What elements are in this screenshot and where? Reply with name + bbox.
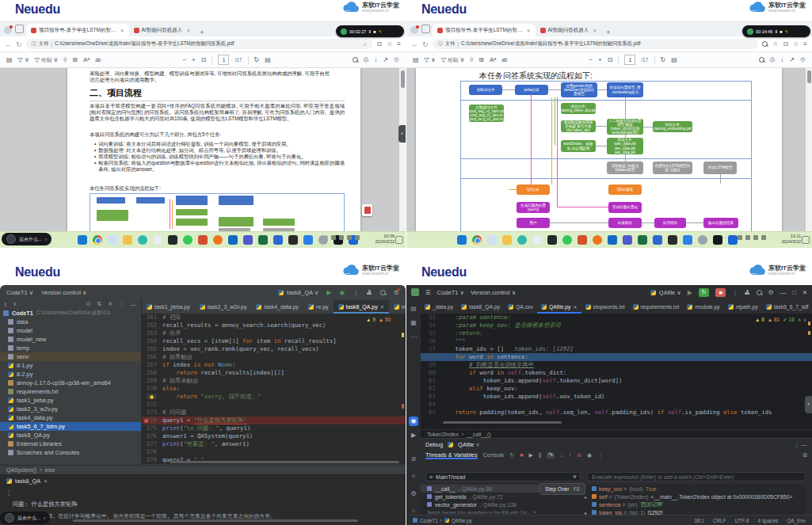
editor-tab[interactable]: module.py	[683, 300, 723, 314]
taskbar-icon[interactable]	[608, 235, 617, 245]
code-line[interactable]: 63 token_ids.append(self.oov_token_id)	[421, 393, 812, 401]
stack-frame[interactable]: vector_generatorQAfile.py:138	[421, 500, 581, 508]
code-line[interactable]: 64	[421, 401, 812, 409]
debug-tool-icon[interactable]: ◉	[409, 417, 418, 426]
tab-actions-icon[interactable]	[421, 25, 430, 33]
zoom-in-icon[interactable]: +	[192, 56, 196, 63]
save-icon[interactable]: ↓	[374, 56, 377, 63]
code-line[interactable]: 60 if word in self.tokens_dict:	[421, 369, 812, 377]
notifications-bell-icon[interactable]: ◔	[806, 302, 809, 308]
search-icon[interactable]	[762, 41, 768, 47]
select-tool-icon[interactable]: ▽ ∨	[18, 56, 29, 63]
favorites-icon[interactable]: ☆	[387, 40, 392, 48]
problems-tool-icon[interactable]: ⊘	[409, 455, 418, 464]
taskbar-icon[interactable]	[653, 235, 662, 245]
comment-overlay[interactable]: 说点什么... ‹	[2, 233, 51, 245]
search-icon[interactable]	[353, 57, 358, 63]
editor-tab[interactable]: ntpath.py	[724, 300, 762, 314]
taskbar-icon[interactable]	[213, 235, 223, 245]
settings-icon[interactable]: ⚙	[800, 56, 806, 63]
rerun-debug-icon[interactable]: ↻	[699, 288, 709, 297]
zoom-in-icon[interactable]: +	[598, 56, 602, 63]
project-menu[interactable]: CodeT1 ∨	[6, 289, 33, 296]
panel-options-icon[interactable]: ⋮ —	[794, 441, 807, 448]
print-icon[interactable]: ⎙	[770, 56, 775, 64]
run-config-selector[interactable]: QAfile ∨	[659, 289, 681, 296]
taskbar-icon[interactable]	[123, 235, 132, 245]
browser-tab[interactable]: AI智能问答机器人	[536, 24, 602, 36]
stop-icon[interactable]: ■	[520, 452, 523, 458]
refresh-icon[interactable]: ↻	[16, 40, 22, 48]
draw-tool-icon[interactable]: ▽ 绘制 ∨	[35, 56, 58, 64]
locate-icon[interactable]: ⊙	[86, 301, 90, 307]
view-breakpoints-icon[interactable]: ◉	[587, 452, 592, 458]
tab-console[interactable]: Console	[483, 451, 505, 458]
code-line[interactable]: 262recall_results = annoy_search.search(…	[142, 321, 406, 329]
code-line[interactable]: 277print("答案是: ", answer1)	[142, 440, 406, 448]
taskbar-icon[interactable]	[668, 235, 677, 245]
code-line[interactable]: 56 """	[421, 337, 812, 345]
editor-tab[interactable]: task5_6_7_lstr	[762, 300, 812, 314]
taskbar-clock[interactable]: 10:112024/3/22	[782, 234, 801, 245]
fit-page-icon[interactable]: ⊡	[201, 56, 207, 63]
expand-icon[interactable]: ↗	[383, 56, 388, 63]
project-tree-item[interactable]: data	[0, 318, 141, 326]
taskbar-icon[interactable]	[698, 235, 707, 245]
tab-actions-icon[interactable]	[15, 25, 24, 33]
project-panel-header[interactable]: t∨ ⊙ ⇅ ✕ ⋮ —	[0, 299, 141, 309]
notification-icon[interactable]	[395, 236, 403, 244]
back-icon[interactable]: ←	[411, 40, 418, 48]
rerun-icon[interactable]: ↻	[509, 452, 514, 458]
debug-variable[interactable]: sentence(str)'西游记啊'	[581, 500, 806, 508]
system-tray[interactable]: ^	[326, 235, 360, 240]
services-tool-icon[interactable]: ⚙	[409, 489, 418, 499]
code-line[interactable]: 275print("\n 问题: ", query1)	[142, 424, 406, 432]
project-tool-icon[interactable]: ▤	[409, 304, 418, 314]
search-everywhere-icon[interactable]	[380, 290, 386, 295]
maximize-icon[interactable]: □	[792, 289, 796, 296]
collapse-chevron-icon[interactable]: ‹	[805, 396, 812, 413]
info-icon[interactable]: ⓘ	[32, 40, 36, 48]
editor-tab[interactable]: task1_jieba.py	[142, 300, 195, 314]
terminal-tool-icon[interactable]: ⌗	[409, 472, 418, 481]
step-out-icon[interactable]: ↑	[569, 452, 572, 458]
page-number-input[interactable]: 1	[624, 55, 635, 65]
taskbar-clock[interactable]: 10:062024/3/22	[376, 234, 395, 245]
evaluate-expression-input[interactable]: Evaluate expression (Enter) or add a wat…	[587, 472, 806, 481]
recording-overlay[interactable]: 00:14:45 Ⅱ ■ ✎	[742, 25, 810, 37]
status-file[interactable]: QAfile.py	[452, 518, 472, 523]
editor-tab[interactable]: requirements.txt	[629, 300, 684, 314]
add-user-icon[interactable]	[367, 290, 372, 295]
code-line[interactable]: 61 token_ids.append(self.tokens_dict[wor…	[421, 377, 812, 385]
favorites-icon[interactable]: ☆	[793, 40, 799, 48]
code-line[interactable]: 268 return recall_results[index][2]	[142, 369, 406, 377]
more-icon[interactable]: ⋮	[597, 452, 603, 458]
settings-icon[interactable]: ⚙	[394, 289, 399, 296]
editor-tab[interactable]: _data.py	[421, 300, 457, 314]
code-line[interactable]: 274query1 = "什么是协方差矩阵"	[142, 417, 406, 424]
add-user-icon[interactable]	[745, 290, 750, 295]
taskbar-icon[interactable]	[457, 235, 467, 245]
info-icon[interactable]: ⓘ	[438, 40, 443, 48]
print-icon[interactable]: ⎙	[364, 56, 368, 64]
project-tree-item[interactable]: Scratches and Consoles	[0, 448, 141, 457]
breadcrumbs[interactable]: Token2Index›__call__()	[421, 429, 812, 438]
favorite-icon[interactable]: ☆	[363, 41, 368, 47]
draw-tool-icon[interactable]: ▽ 绘制 ∨	[441, 56, 464, 64]
pause-icon[interactable]: Ⅱ	[368, 29, 371, 34]
project-tree-item[interactable]: 8-2.py	[0, 370, 141, 379]
toc-icon[interactable]: ▤	[413, 56, 419, 63]
text-tool-icon[interactable]: ⊞	[478, 56, 484, 63]
code-line[interactable]: 273# 问问题	[142, 409, 406, 417]
code-line[interactable]: 266# 如果触达	[142, 353, 406, 361]
url-field[interactable]: ⓘ 文件 | C:/Users/new/OneDrive/桌面/train/项目…	[26, 39, 373, 49]
taskbar-icon[interactable]	[183, 235, 193, 245]
taskbar-icon[interactable]	[138, 235, 147, 245]
editor-tab[interactable]: QA.csv	[504, 300, 537, 314]
code-editor[interactable]: 261# 召回262recall_results = annoy_search.…	[142, 314, 406, 464]
taskbar-icon[interactable]	[168, 235, 177, 245]
expander-icon[interactable]: ▸	[585, 494, 589, 500]
code-line[interactable]: 278	[142, 448, 406, 456]
pdf-scrollbar[interactable]	[806, 68, 812, 231]
favorite-icon[interactable]: ☆	[772, 40, 778, 48]
